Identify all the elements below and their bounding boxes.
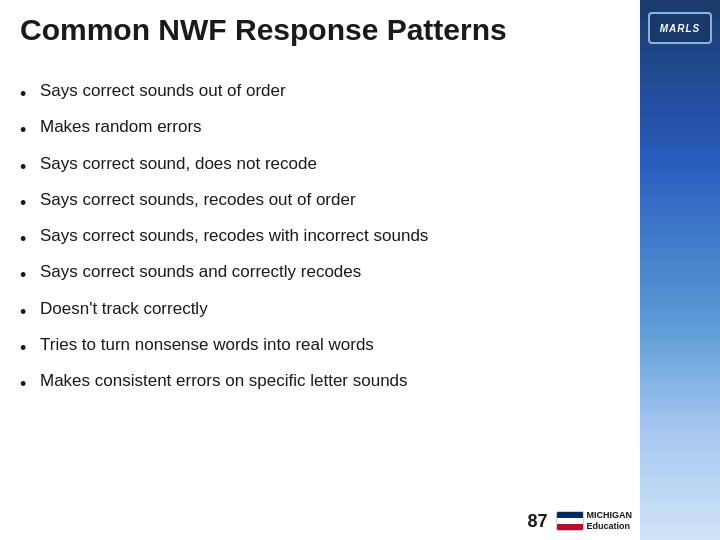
bullet-dot-icon: • bbox=[20, 227, 40, 251]
slide-title: Common NWF Response Patterns bbox=[20, 12, 632, 48]
right-accent-bar bbox=[640, 0, 720, 540]
list-item: •Tries to turn nonsense words into real … bbox=[20, 334, 630, 360]
bullet-text: Doesn't track correctly bbox=[40, 298, 630, 321]
list-item: •Says correct sounds, recodes with incor… bbox=[20, 225, 630, 251]
bullet-list: •Says correct sounds out of order•Makes … bbox=[20, 80, 630, 397]
bullet-dot-icon: • bbox=[20, 155, 40, 179]
list-item: •Says correct sounds, recodes out of ord… bbox=[20, 189, 630, 215]
bullet-dot-icon: • bbox=[20, 372, 40, 396]
list-item: •Makes consistent errors on specific let… bbox=[20, 370, 630, 396]
title-section: Common NWF Response Patterns bbox=[20, 12, 632, 48]
logo-area: MARLS bbox=[644, 8, 716, 48]
bullet-dot-icon: • bbox=[20, 118, 40, 142]
bullet-text: Tries to turn nonsense words into real w… bbox=[40, 334, 630, 357]
michigan-flag-icon bbox=[556, 511, 584, 531]
bullet-text: Says correct sound, does not recode bbox=[40, 153, 630, 176]
page-number: 87 bbox=[527, 511, 547, 532]
bullet-text: Says correct sounds, recodes with incorr… bbox=[40, 225, 630, 248]
slide-container: MARLS Common NWF Response Patterns •Says… bbox=[0, 0, 720, 540]
list-item: •Doesn't track correctly bbox=[20, 298, 630, 324]
bullet-dot-icon: • bbox=[20, 191, 40, 215]
bullet-text: Makes consistent errors on specific lett… bbox=[40, 370, 630, 393]
content-area: •Says correct sounds out of order•Makes … bbox=[20, 80, 630, 490]
marls-logo-text: MARLS bbox=[660, 23, 701, 34]
bullet-dot-icon: • bbox=[20, 300, 40, 324]
marls-logo-box: MARLS bbox=[648, 12, 712, 44]
footer-area: 87 MICHIGANEducation bbox=[527, 510, 632, 532]
list-item: •Makes random errors bbox=[20, 116, 630, 142]
bullet-dot-icon: • bbox=[20, 336, 40, 360]
michigan-education-text: MICHIGANEducation bbox=[587, 510, 633, 532]
list-item: •Says correct sound, does not recode bbox=[20, 153, 630, 179]
bullet-text: Makes random errors bbox=[40, 116, 630, 139]
bullet-text: Says correct sounds, recodes out of orde… bbox=[40, 189, 630, 212]
bullet-dot-icon: • bbox=[20, 263, 40, 287]
list-item: •Says correct sounds and correctly recod… bbox=[20, 261, 630, 287]
bullet-dot-icon: • bbox=[20, 82, 40, 106]
michigan-education-logo: MICHIGANEducation bbox=[556, 510, 633, 532]
bullet-text: Says correct sounds and correctly recode… bbox=[40, 261, 630, 284]
bullet-text: Says correct sounds out of order bbox=[40, 80, 630, 103]
list-item: •Says correct sounds out of order bbox=[20, 80, 630, 106]
